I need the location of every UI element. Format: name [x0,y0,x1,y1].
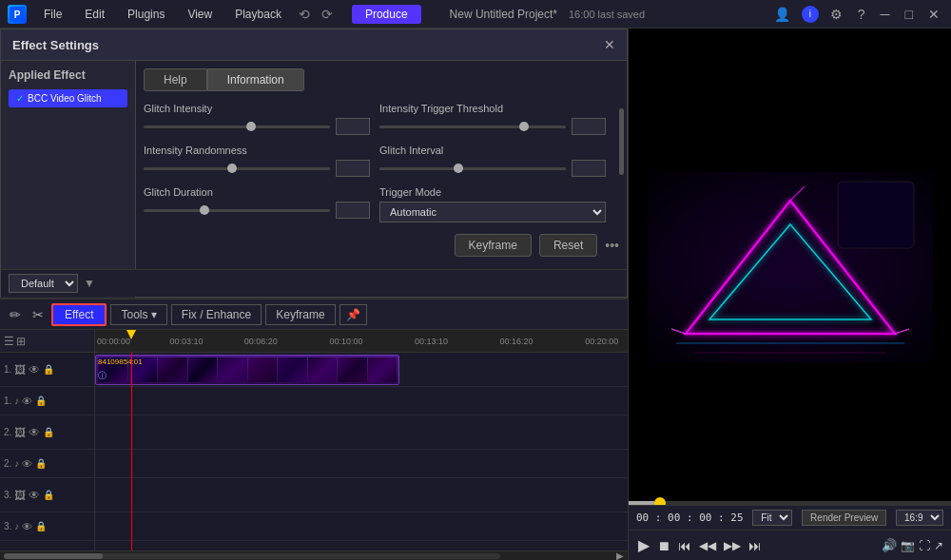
reset-button[interactable]: Reset [539,234,597,257]
video-clip[interactable]: 84109854:01 [95,355,399,385]
playhead-triangle[interactable] [126,330,136,339]
scroll-indicator[interactable] [619,108,624,175]
screenshot-button[interactable]: 📷 [901,539,915,552]
tools-tab-button[interactable]: Tools ▾ [110,304,166,325]
menu-playback[interactable]: Playback [229,6,287,23]
help-icon[interactable]: ? [854,5,869,24]
menu-view[interactable]: View [182,6,218,23]
cut-tool[interactable]: ✂ [29,305,48,324]
track-3a-eye-icon[interactable]: 👁 [22,521,32,532]
preset-select[interactable]: Default [9,274,78,293]
more-options-button[interactable]: ••• [605,238,619,253]
track-2-eye-icon[interactable]: 👁 [29,426,40,439]
trigger-mode-label: Trigger Mode [379,186,606,198]
share-button[interactable]: ↗ [934,539,943,552]
fix-enhance-button[interactable]: Fix / Enhance [171,304,262,325]
glitch-duration-label: Glitch Duration [144,186,370,198]
effect-controls: Help Information Glitch Intensity [136,61,627,298]
track-1a-lock-icon[interactable]: 🔒 [35,396,47,406]
user-icon[interactable]: 👤 [770,5,794,24]
menu-edit[interactable]: Edit [79,6,110,23]
minimize-icon[interactable]: ─ [877,5,894,24]
glitch-duration-thumb[interactable] [200,205,209,215]
track-2-img-icon: 🖼 [14,426,26,439]
bottom-timeline: ✏ ✂ Effect Tools ▾ Fix / Enhance Keyfram… [0,298,628,560]
prev-frame-step[interactable]: ◀◀ [697,537,718,554]
track-1a-eye-icon[interactable]: 👁 [22,396,32,407]
settings-icon[interactable]: ⚙ [826,5,846,24]
glitch-intensity-thumb[interactable] [246,122,256,131]
redo-icon: ⟳ [321,7,333,22]
play-button[interactable]: ▶ [636,534,651,556]
ruler-mark-6: 00:20:00 [585,337,618,346]
timeline-ruler: 00:00:00 00:03:10 00:06:20 00:10:00 00:1… [95,330,628,353]
timeline-toolbar: ✏ ✂ Effect Tools ▾ Fix / Enhance Keyfram… [0,299,628,330]
aspect-select[interactable]: 16:9 [896,510,943,526]
intensity-randomness-track [144,167,330,170]
clip-label: 84109854:01 [98,357,143,366]
track-3a-lock-icon[interactable]: 🔒 [35,521,47,531]
intensity-trigger-thumb[interactable] [519,122,529,131]
glitch-interval-value[interactable]: 38 [572,160,606,177]
scrollbar-track[interactable] [4,553,500,559]
tab-help[interactable]: Help [144,68,207,91]
fit-select[interactable]: Fit [752,510,792,526]
track-3-lock-icon[interactable]: 🔒 [43,490,54,500]
track-2a-lock-icon[interactable]: 🔒 [35,458,47,469]
track-1-eye-icon[interactable]: 👁 [29,363,40,377]
intensity-randomness-value[interactable]: 85 [336,160,370,177]
track-3a-num: 3. [4,521,11,531]
glitch-duration-value[interactable]: 69 [336,202,370,219]
trigger-mode-select[interactable]: Automatic Manual [379,202,606,222]
preset-row: Default ▼ [1,269,627,297]
track-1-audio-content[interactable] [95,387,628,415]
glitch-interval-thumb[interactable] [454,164,463,173]
effect-item[interactable]: ✓ BCC Video Glitch [9,89,127,107]
keyframe-button[interactable]: Keyframe [455,234,532,257]
glitch-intensity-value[interactable]: 122 [336,118,370,135]
effect-tab-button[interactable]: Effect [51,303,107,326]
tab-information[interactable]: Information [207,68,304,91]
preview-progress[interactable] [629,501,951,505]
track-3-eye-icon[interactable]: 👁 [29,489,40,502]
maximize-icon[interactable]: □ [902,5,917,24]
track-3-audio-content[interactable] [95,512,628,541]
next-frame-step[interactable]: ▶▶ [722,537,743,554]
info-icon[interactable]: i [802,6,819,23]
render-preview-button[interactable]: Render Preview [802,510,886,526]
menu-file[interactable]: File [38,6,68,23]
close-effect-settings[interactable]: ✕ [604,37,615,52]
snap-btn[interactable]: ⊞ [16,335,26,348]
glitch-duration-group: Glitch Duration 69 [144,186,370,222]
applied-effect-label: Applied Effect [9,68,127,82]
intensity-randomness-thumb[interactable] [227,164,237,173]
intensity-trigger-value[interactable]: 93 [572,118,606,135]
track-list-btn[interactable]: ☰ [4,335,14,348]
glitch-intensity-row: 122 [144,118,370,135]
keyframe-timeline-button[interactable]: Keyframe [265,304,335,325]
fullscreen-button[interactable]: ⛶ [919,539,930,552]
produce-button[interactable]: Produce [352,5,421,24]
track-1-video-content[interactable]: 84109854:01 [95,353,628,387]
track-2-lock-icon[interactable]: 🔒 [43,427,54,437]
scroll-right-btn[interactable]: ▶ [616,550,624,560]
scrollbar-thumb[interactable] [4,553,103,559]
pencil-tool[interactable]: ✏ [6,305,25,324]
volume-button[interactable]: 🔊 [882,538,897,552]
next-frame-button[interactable]: ⏭ [747,536,764,555]
pin-button[interactable]: 📌 [340,304,367,325]
track-2a-eye-icon[interactable]: 👁 [22,458,32,470]
ruler-mark-5: 00:16:20 [500,337,534,346]
preview-playhead[interactable] [654,497,666,505]
track-2-video-content[interactable] [95,415,628,450]
stop-button[interactable]: ⏹ [655,536,672,555]
track-2-audio-content[interactable] [95,450,628,478]
clip-filmstrip [98,357,397,382]
prev-frame-button[interactable]: ⏮ [676,536,693,555]
track-1-lock-icon[interactable]: 🔒 [43,364,54,375]
horizontal-scrollbar[interactable]: ▶ [0,550,628,560]
close-app-icon[interactable]: ✕ [924,5,943,24]
track-3-video-content[interactable] [95,478,628,512]
menu-plugins[interactable]: Plugins [122,6,170,23]
time-display: 00 : 00 : 00 : 25 [636,512,744,524]
